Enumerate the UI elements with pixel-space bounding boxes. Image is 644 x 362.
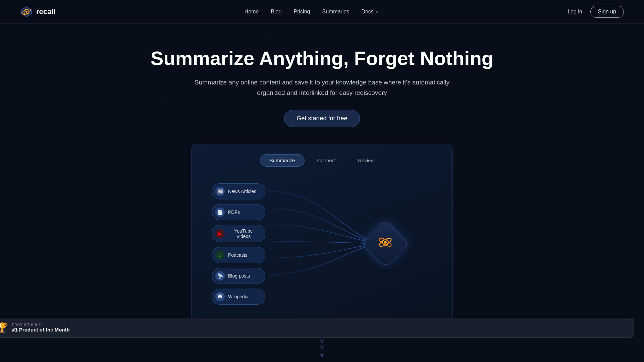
cta-button[interactable]: Get started for free bbox=[284, 110, 360, 127]
tab-group: Summarize Connect Review bbox=[202, 154, 442, 167]
signup-button[interactable]: Sign up bbox=[590, 6, 624, 18]
svg-marker-10 bbox=[320, 354, 324, 358]
nav-blog[interactable]: Blog bbox=[271, 9, 282, 14]
diagram: 📰 News Articles 📄 PDFs ▶ YouTube Videos … bbox=[202, 180, 442, 307]
pdf-icon: 📄 bbox=[215, 207, 225, 217]
wikipedia-icon: W bbox=[215, 292, 225, 301]
external-link-icon: ↗ bbox=[375, 9, 379, 14]
node-podcasts: ♪ Podcasts bbox=[212, 247, 265, 263]
node-blog-posts: 📡 Blog posts bbox=[212, 268, 265, 284]
logo-link[interactable]: recall bbox=[20, 5, 56, 18]
hero-headline: Summarize Anything, Forget Nothing bbox=[7, 47, 637, 70]
youtube-icon: ▶ bbox=[215, 229, 225, 238]
node-news-articles: 📰 News Articles bbox=[212, 183, 265, 199]
blog-icon: 📡 bbox=[215, 271, 225, 281]
product-hunt-badge: 🏆 PRODUCT HUNT #1 Product of the Month bbox=[0, 318, 634, 338]
node-wikipedia: W Wikipedia bbox=[212, 289, 265, 305]
navigation: recall Home Blog Pricing Summaries Docs … bbox=[0, 0, 644, 24]
svg-point-8 bbox=[384, 241, 387, 244]
nav-summaries[interactable]: Summaries bbox=[322, 9, 349, 14]
node-list: 📰 News Articles 📄 PDFs ▶ YouTube Videos … bbox=[212, 183, 265, 305]
ph-label: PRODUCT HUNT bbox=[12, 323, 70, 327]
podcast-icon: ♪ bbox=[215, 250, 225, 260]
nav-links: Home Blog Pricing Summaries Docs ↗ bbox=[245, 9, 379, 15]
nav-home[interactable]: Home bbox=[245, 9, 259, 14]
tab-summarize[interactable]: Summarize bbox=[260, 154, 305, 167]
trophy-icon: 🏆 bbox=[0, 322, 8, 333]
nav-docs[interactable]: Docs ↗ bbox=[361, 9, 378, 15]
nav-pricing[interactable]: Pricing bbox=[294, 9, 310, 14]
recall-center-icon bbox=[369, 227, 402, 260]
login-button[interactable]: Log in bbox=[568, 9, 582, 15]
demo-panel: Summarize Connect Review bbox=[191, 144, 453, 328]
tab-review[interactable]: Review bbox=[348, 154, 384, 167]
brand-name: recall bbox=[36, 7, 56, 16]
ph-title: #1 Product of the Month bbox=[12, 327, 70, 333]
svg-point-3 bbox=[25, 11, 28, 13]
hero-subheadline: Summarize any online content and save it… bbox=[191, 77, 453, 98]
hero-section: Summarize Anything, Forget Nothing Summa… bbox=[0, 24, 644, 328]
node-youtube: ▶ YouTube Videos bbox=[212, 225, 265, 242]
news-icon: 📰 bbox=[215, 187, 225, 196]
ph-text-group: PRODUCT HUNT #1 Product of the Month bbox=[12, 323, 70, 333]
node-pdfs: 📄 PDFs bbox=[212, 204, 265, 220]
nav-auth: Log in Sign up bbox=[568, 6, 624, 18]
tab-connect[interactable]: Connect bbox=[307, 154, 345, 167]
